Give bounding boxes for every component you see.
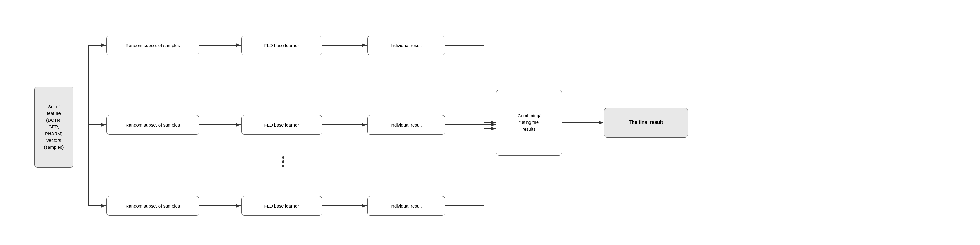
result-box-2: Individual result — [367, 115, 445, 135]
learner-label-1: FLD base learner — [264, 42, 299, 49]
dot-1 — [282, 156, 285, 159]
result-label-3: Individual result — [390, 203, 422, 209]
learner-box-3: FLD base learner — [241, 196, 322, 216]
subset-label-1: Random subset of samples — [126, 42, 180, 49]
learner-box-2: FLD base learner — [241, 115, 322, 135]
learner-box-1: FLD base learner — [241, 36, 322, 55]
dot-3 — [282, 165, 285, 167]
ellipsis-dots — [274, 146, 292, 177]
result-box-1: Individual result — [367, 36, 445, 55]
input-box: Set of feature (DCTR, GFR, PHARM) vector… — [35, 87, 73, 168]
learner-label-2: FLD base learner — [264, 122, 299, 128]
dot-2 — [282, 161, 285, 163]
result-label-2: Individual result — [390, 122, 422, 128]
combine-label: Combining/ fusing the results — [518, 113, 541, 133]
subset-label-2: Random subset of samples — [126, 122, 180, 128]
subset-box-3: Random subset of samples — [107, 196, 199, 216]
final-box: The final result — [604, 108, 688, 138]
final-label: The final result — [629, 119, 663, 126]
result-box-3: Individual result — [367, 196, 445, 216]
result-label-1: Individual result — [390, 42, 422, 49]
learner-label-3: FLD base learner — [264, 203, 299, 209]
input-label: Set of feature (DCTR, GFR, PHARM) vector… — [44, 103, 64, 151]
combine-box: Combining/ fusing the results — [496, 90, 562, 156]
subset-label-3: Random subset of samples — [126, 203, 180, 209]
diagram: Set of feature (DCTR, GFR, PHARM) vector… — [25, 9, 955, 237]
subset-box-2: Random subset of samples — [107, 115, 199, 135]
subset-box-1: Random subset of samples — [107, 36, 199, 55]
